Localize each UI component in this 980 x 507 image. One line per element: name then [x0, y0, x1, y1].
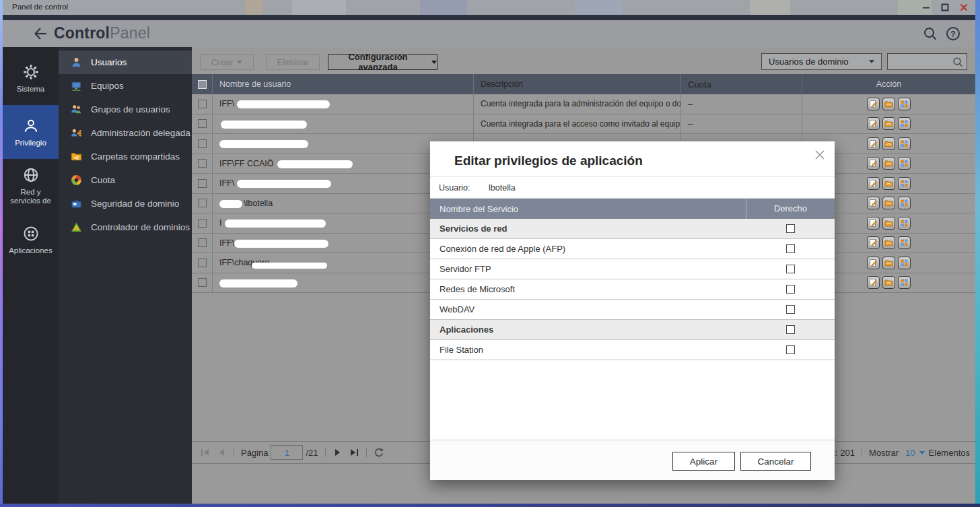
sidebar-item-controlador-dominios[interactable]: Controlador de dominios: [59, 215, 192, 239]
column-header-descripcion[interactable]: Descripción: [473, 74, 680, 94]
folder-permission-button[interactable]: [882, 197, 895, 209]
select-all-checkbox[interactable]: [198, 80, 207, 89]
sidebar-item-grupos[interactable]: Grupos de usuarios: [59, 98, 192, 121]
nav-item-sistema[interactable]: Sistema: [3, 51, 59, 105]
application-privilege-button[interactable]: [898, 117, 911, 130]
app-header: ControlPanel ?: [3, 20, 975, 47]
sidebar-item-cuota[interactable]: Cuota: [59, 168, 192, 192]
first-page-icon[interactable]: [200, 447, 211, 458]
application-privilege-button[interactable]: [898, 157, 911, 170]
row-checkbox[interactable]: [198, 139, 207, 148]
privilege-row: Redes de Microsoft: [430, 279, 835, 300]
row-checkbox[interactable]: [198, 278, 207, 287]
edit-account-button[interactable]: [867, 276, 880, 289]
application-privilege-button[interactable]: [898, 276, 911, 289]
edit-account-button[interactable]: [867, 157, 880, 170]
sidebar-item-carpetas-compartidas[interactable]: Carpetas compartidas: [59, 145, 192, 168]
application-privilege-button[interactable]: [898, 236, 911, 249]
privilege-checkbox[interactable]: [786, 325, 795, 334]
column-header-cuota[interactable]: Cuota: [680, 74, 802, 94]
prev-page-icon[interactable]: [216, 447, 227, 458]
dialog-title: Editar privilegios de aplicación: [454, 154, 643, 168]
sidebar-item-usuarios[interactable]: Usuarios: [59, 50, 192, 74]
edit-account-button[interactable]: [867, 117, 880, 130]
chevron-down-icon[interactable]: [919, 451, 925, 454]
privilege-checkbox[interactable]: [786, 265, 795, 273]
redaction: [219, 200, 242, 208]
privilege-checkbox[interactable]: [786, 244, 795, 253]
application-privilege-button[interactable]: [898, 217, 911, 230]
search-icon[interactable]: [923, 26, 938, 41]
page-size-value[interactable]: 10: [905, 448, 915, 458]
category-nav: Sistema Privilegio: [3, 47, 59, 504]
folder-permission-button[interactable]: [882, 217, 895, 230]
sidebar-item-administracion-delegada[interactable]: Administración delegada: [59, 121, 192, 145]
edit-account-button[interactable]: [867, 98, 880, 110]
delete-button[interactable]: Eliminar: [266, 54, 320, 70]
row-checkbox[interactable]: [198, 259, 207, 267]
desktop-background-blob: [420, 0, 467, 15]
next-page-icon[interactable]: [332, 447, 343, 458]
row-checkbox[interactable]: [198, 179, 207, 188]
edit-account-button[interactable]: [867, 217, 880, 230]
application-privilege-button[interactable]: [898, 137, 911, 150]
row-checkbox[interactable]: [198, 219, 207, 228]
last-page-icon[interactable]: [349, 447, 359, 458]
column-header-nombre[interactable]: Nombre de usuario: [212, 74, 473, 94]
privilege-checkbox[interactable]: [786, 224, 795, 233]
application-privilege-button[interactable]: [898, 197, 911, 209]
close-button[interactable]: [959, 3, 969, 12]
application-privilege-button[interactable]: [898, 257, 911, 269]
divider: [234, 448, 234, 457]
nav-item-red-servicios[interactable]: Red y servicios de: [3, 159, 59, 213]
application-privilege-button[interactable]: [898, 177, 911, 190]
edit-account-button[interactable]: [867, 137, 880, 150]
sidebar-item-equipos[interactable]: Equipos: [59, 74, 192, 98]
row-checkbox[interactable]: [198, 199, 207, 207]
folder-permission-button[interactable]: [882, 236, 895, 249]
search-icon[interactable]: [952, 56, 964, 68]
privilege-checkbox[interactable]: [786, 305, 795, 314]
folder-permission-button[interactable]: [882, 137, 895, 150]
edit-account-button[interactable]: [867, 257, 880, 269]
page-input[interactable]: [271, 445, 303, 460]
dialog-close-icon[interactable]: [813, 148, 827, 162]
row-checkbox[interactable]: [198, 238, 207, 247]
folder-permission-button[interactable]: [882, 98, 895, 110]
search-input[interactable]: [888, 54, 952, 69]
folder-permission-button[interactable]: [882, 257, 895, 269]
back-arrow-icon[interactable]: [32, 26, 48, 42]
privilege-checkbox[interactable]: [786, 345, 795, 354]
folder-permission-button[interactable]: [882, 177, 895, 190]
folder-permission-button[interactable]: [882, 157, 895, 170]
help-icon[interactable]: ?: [946, 26, 960, 41]
maximize-button[interactable]: [940, 3, 950, 12]
row-checkbox[interactable]: [198, 100, 207, 108]
minimize-button[interactable]: [921, 3, 931, 12]
privilege-checkbox[interactable]: [786, 285, 795, 294]
divider: [325, 448, 326, 457]
items-label: Elementos: [929, 448, 970, 458]
refresh-icon[interactable]: [374, 447, 384, 458]
column-header-accion[interactable]: Acción: [802, 74, 975, 94]
window-title: Panel de control: [12, 3, 68, 11]
row-checkbox[interactable]: [198, 159, 207, 168]
create-button[interactable]: Crear: [200, 54, 254, 70]
window-top-border: [3, 15, 975, 20]
nav-item-aplicaciones[interactable]: Aplicaciones: [3, 213, 59, 267]
gear-icon: [22, 63, 40, 81]
application-privilege-button[interactable]: [898, 98, 911, 110]
cancel-button[interactable]: Cancelar: [740, 452, 811, 471]
nav-item-privilegio[interactable]: Privilegio: [3, 105, 59, 159]
edit-account-button[interactable]: [867, 236, 880, 249]
folder-permission-button[interactable]: [882, 117, 895, 130]
folder-permission-button[interactable]: [882, 276, 895, 289]
edit-account-button[interactable]: [867, 197, 880, 209]
sidebar-item-seguridad-dominio[interactable]: Seguridad de dominio: [59, 192, 192, 215]
row-checkbox[interactable]: [198, 119, 207, 128]
apply-button[interactable]: Aplicar: [672, 452, 735, 471]
edit-account-button[interactable]: [867, 177, 880, 190]
desktop-background-blob: [750, 0, 790, 15]
advanced-settings-button[interactable]: Configuración avanzada: [328, 54, 438, 70]
user-type-dropdown[interactable]: Usuarios de dominio: [761, 53, 882, 70]
